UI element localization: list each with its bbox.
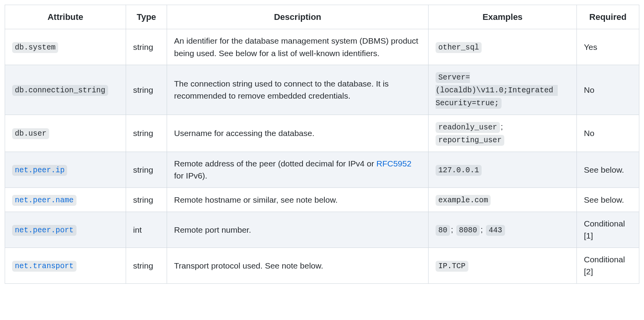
- description-text: Remote address of the peer (dotted decim…: [174, 159, 376, 168]
- cell-description: Remote port number.: [167, 212, 429, 248]
- cell-attribute: db.system: [5, 29, 126, 65]
- cell-examples: example.com: [429, 187, 577, 212]
- description-text: An identifier for the database managemen…: [174, 36, 418, 58]
- cell-description: Remote hostname or similar, see note bel…: [167, 187, 429, 212]
- cell-type: string: [126, 187, 167, 212]
- cell-type: string: [126, 248, 167, 283]
- attribute-code: db.connection_string: [12, 85, 108, 96]
- example-separator: ;: [500, 122, 504, 131]
- table-row: db.userstringUsername for accessing the …: [5, 115, 639, 152]
- attribute-code: net.transport: [12, 261, 76, 272]
- cell-type: string: [126, 65, 167, 115]
- description-text: Remote hostname or similar, see note bel…: [174, 195, 338, 204]
- table-row: net.peer.portintRemote port number.80; 8…: [5, 212, 639, 248]
- example-code: 443: [486, 225, 505, 236]
- attribute-link[interactable]: net.peer.port: [12, 225, 76, 234]
- table-row: net.peer.namestringRemote hostname or si…: [5, 187, 639, 212]
- cell-examples: Server=(localdb)\v11.0;Integrated Securi…: [429, 65, 577, 115]
- table-row: net.peer.ipstringRemote address of the p…: [5, 152, 639, 187]
- example-code: example.com: [436, 195, 491, 206]
- cell-examples: IP.TCP: [429, 248, 577, 283]
- cell-attribute: net.peer.name: [5, 187, 126, 212]
- cell-attribute: db.connection_string: [5, 65, 126, 115]
- cell-type: string: [126, 115, 167, 152]
- example-code: 127.0.0.1: [436, 165, 482, 176]
- header-type: Type: [126, 5, 167, 29]
- description-text: for IPv6).: [174, 171, 207, 180]
- cell-required: Conditional [1]: [577, 212, 639, 248]
- cell-required: See below.: [577, 152, 639, 187]
- table-row: net.transportstringTransport protocol us…: [5, 248, 639, 283]
- example-code: reporting_user: [436, 135, 504, 146]
- cell-type: string: [126, 152, 167, 187]
- attributes-table: Attribute Type Description Examples Requ…: [5, 5, 639, 284]
- header-examples: Examples: [429, 5, 577, 29]
- attribute-link[interactable]: net.peer.name: [12, 195, 76, 204]
- description-text: Username for accessing the database.: [174, 129, 315, 138]
- cell-examples: other_sql: [429, 29, 577, 65]
- attribute-link[interactable]: net.transport: [12, 261, 76, 270]
- cell-required: Yes: [577, 29, 639, 65]
- cell-description: Transport protocol used. See note below.: [167, 248, 429, 283]
- description-link[interactable]: RFC5952: [376, 159, 411, 168]
- cell-required: No: [577, 65, 639, 115]
- example-separator: ;: [450, 225, 456, 234]
- cell-description: An identifier for the database managemen…: [167, 29, 429, 65]
- header-attribute: Attribute: [5, 5, 126, 29]
- cell-required: Conditional [2]: [577, 248, 639, 283]
- description-text: Transport protocol used. See note below.: [174, 261, 323, 270]
- attribute-code: db.user: [12, 128, 49, 139]
- example-code: IP.TCP: [436, 261, 468, 272]
- example-code: Server=(localdb)\v11.0;Integrated Securi…: [436, 72, 558, 109]
- attribute-code: net.peer.ip: [12, 165, 67, 176]
- attribute-code: net.peer.port: [12, 225, 76, 236]
- cell-attribute: net.peer.ip: [5, 152, 126, 187]
- cell-attribute: db.user: [5, 115, 126, 152]
- table-row: db.connection_stringstringThe connection…: [5, 65, 639, 115]
- cell-type: string: [126, 29, 167, 65]
- table-row: db.systemstringAn identifier for the dat…: [5, 29, 639, 65]
- description-text: Remote port number.: [174, 225, 251, 234]
- attribute-link[interactable]: net.peer.ip: [12, 165, 67, 174]
- header-description: Description: [167, 5, 429, 29]
- cell-attribute: net.transport: [5, 248, 126, 283]
- cell-required: See below.: [577, 187, 639, 212]
- cell-description: Username for accessing the database.: [167, 115, 429, 152]
- example-code: 8080: [456, 225, 480, 236]
- cell-description: The connection string used to connect to…: [167, 65, 429, 115]
- attribute-code: db.system: [12, 42, 58, 53]
- cell-examples: 127.0.0.1: [429, 152, 577, 187]
- cell-examples: 80; 8080; 443: [429, 212, 577, 248]
- cell-type: int: [126, 212, 167, 248]
- example-code: 80: [436, 225, 450, 236]
- header-required: Required: [577, 5, 639, 29]
- example-code: other_sql: [436, 42, 482, 53]
- table-header-row: Attribute Type Description Examples Requ…: [5, 5, 639, 29]
- example-separator: ;: [480, 225, 486, 234]
- example-code: readonly_user: [436, 122, 500, 133]
- cell-attribute: net.peer.port: [5, 212, 126, 248]
- description-text: The connection string used to connect to…: [174, 79, 389, 101]
- cell-description: Remote address of the peer (dotted decim…: [167, 152, 429, 187]
- cell-required: No: [577, 115, 639, 152]
- cell-examples: readonly_user; reporting_user: [429, 115, 577, 152]
- attribute-code: net.peer.name: [12, 195, 76, 206]
